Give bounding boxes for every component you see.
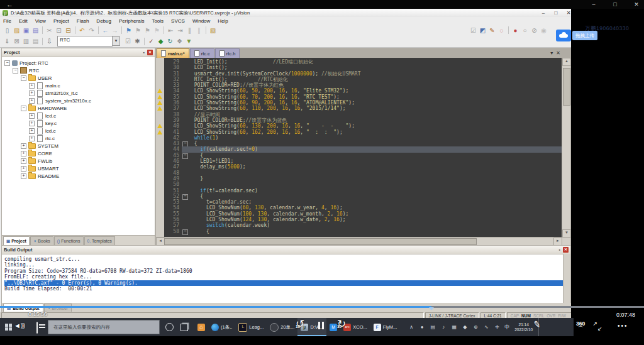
code-line-42[interactable]: 42 while(1) <box>156 135 562 141</box>
code-line-51[interactable]: 51 if(t!=calendar.sec) <box>156 188 562 194</box>
download-code-icon[interactable]: ▼ <box>184 37 194 45</box>
cut-icon[interactable]: ✂ <box>45 26 54 35</box>
tree-item-system[interactable]: +SYSTEM <box>2 142 155 150</box>
menu-file[interactable]: File <box>3 18 11 24</box>
chevron-up-icon[interactable]: ∧ <box>408 324 414 330</box>
code-line-31[interactable]: 31 usmart_dev.init(SystemCoreClock/10000… <box>156 71 562 77</box>
tree-expander-icon[interactable]: + <box>21 173 26 179</box>
panel-close-icon[interactable]: ✕ <box>563 247 569 253</box>
app-maximize-button[interactable]: □ <box>610 0 620 9</box>
redo-icon[interactable]: ↷ <box>87 26 96 35</box>
code-line-57[interactable]: 57 switch(calendar.week) <box>156 222 562 228</box>
code-line-36[interactable]: 36 LCD_ShowString(60, 90, 200, 16, 16, "… <box>156 100 562 106</box>
uv-maximize-button[interactable]: □ <box>551 9 561 17</box>
tree-item-rtc-c[interactable]: +rtc.c <box>2 134 155 142</box>
netdisk-upload-button[interactable]: 拖拽上传 <box>556 30 597 41</box>
find-in-files-icon[interactable]: ◌ <box>497 26 506 35</box>
tab-close-icon[interactable]: ✕ <box>556 50 560 56</box>
menu-edit[interactable]: Edit <box>19 18 28 24</box>
menu-view[interactable]: View <box>35 18 46 24</box>
checklist-icon[interactable]: ☑ <box>469 26 478 35</box>
select-target-icon[interactable]: ☑ <box>123 37 133 45</box>
configure-tools-icon[interactable]: ◩ <box>478 26 487 35</box>
panel-tab-templates[interactable]: 0,Templates <box>84 236 115 245</box>
code-line-55[interactable]: 55 LCD_ShowNum(100, 130, calendar.w_mont… <box>156 211 562 217</box>
translate-icon[interactable]: ✓ <box>147 37 156 45</box>
menu-svcs[interactable]: SVCS <box>171 18 185 24</box>
rebuild-icon[interactable]: ↻ <box>165 37 175 45</box>
taskbar-app-league[interactable]: LLeag... <box>235 318 267 336</box>
editor-vertical-scrollbar[interactable]: ▲ ▼ <box>562 58 570 238</box>
code-line-38[interactable]: 38 //显示时间 <box>156 112 562 118</box>
tree-item-hardware[interactable]: −HARDWARE <box>2 104 155 112</box>
pin-icon[interactable]: ▪ <box>559 248 560 252</box>
network-icon[interactable]: ▦ <box>451 324 457 330</box>
code-line-30[interactable]: 30 LCD_Init(); <box>156 65 562 70</box>
bookmark-next-icon[interactable]: ⚑ <box>143 26 152 35</box>
menu-peripherals[interactable]: Peripherals <box>119 18 144 24</box>
tree-item-rtc[interactable]: −RTC <box>2 67 155 74</box>
menu-project[interactable]: Project <box>53 18 69 24</box>
code-line-35[interactable]: 35 LCD_ShowString(60, 70, 200, 16, 16, "… <box>156 94 562 100</box>
build-output-console[interactable]: compiling usmart_str.c...linking...Progr… <box>2 255 570 304</box>
panel-tab-project[interactable]: ▣Project <box>3 236 30 245</box>
code-line-45[interactable]: 45− { <box>156 153 562 158</box>
cortana-icon[interactable] <box>165 323 174 331</box>
target-select[interactable]: RTC ▼ <box>57 36 120 47</box>
code-line-54[interactable]: 54 LCD_ShowNum(60, 130, calendar.w_year,… <box>156 205 562 211</box>
tree-item-lcd-c[interactable]: +lcd.c <box>2 127 155 134</box>
save-all-icon[interactable]: ▤ <box>31 26 40 35</box>
flash-download-icon[interactable]: ⇓ <box>3 37 12 45</box>
pin-icon[interactable]: ▪ <box>143 50 145 55</box>
fold-marker-icon[interactable]: − <box>182 229 188 235</box>
uncomment-icon[interactable]: ∥ <box>194 26 204 35</box>
breakpoint-kill-icon[interactable]: ⊘ <box>530 26 539 35</box>
screenshot-icon[interactable]: ▤ <box>430 324 436 330</box>
breakpoint-enable-icon[interactable]: ◉ <box>539 26 548 35</box>
bookmark-clear-icon[interactable]: ⚑ <box>152 26 162 35</box>
tree-expander-icon[interactable]: − <box>21 75 26 81</box>
code-line-48[interactable]: 48 <box>156 170 562 176</box>
taskbar-clock[interactable]: 21:14 2022/2/10 <box>514 322 533 332</box>
indent-left-icon[interactable]: ⇤ <box>166 26 175 35</box>
uv-minimize-button[interactable]: – <box>538 9 548 17</box>
code-line-39[interactable]: 39 POINT_COLOR=BLUE;//设置字体为蓝色 <box>156 118 562 123</box>
undo-icon[interactable]: ↶ <box>77 26 87 35</box>
code-line-56[interactable]: 56 LCD_ShowNum(124, 130, calendar.w_date… <box>156 217 562 222</box>
tree-expander-icon[interactable]: + <box>21 158 26 164</box>
code-line-50[interactable]: 50 <box>156 182 562 187</box>
performance-icon[interactable]: ∿ <box>483 324 489 330</box>
copy-icon[interactable]: ⊡ <box>54 26 64 35</box>
batch-build-icon[interactable]: ❖ <box>175 37 184 45</box>
code-line-49[interactable]: 49 } <box>156 176 562 182</box>
tree-expander-icon[interactable]: + <box>29 128 35 134</box>
tree-item-fwlib[interactable]: +FWLib <box>2 157 155 165</box>
seekbar-handle[interactable] <box>429 307 434 310</box>
breakpoint-disable-icon[interactable]: ○ <box>520 26 530 35</box>
code-line-32[interactable]: 32 RTC_Init(); //RTC初始化 <box>156 77 562 82</box>
editor-tab-main-c[interactable]: main.c* <box>157 48 189 58</box>
scroll-up-icon[interactable]: ▲ <box>562 58 571 66</box>
save-icon[interactable]: ▣ <box>21 26 31 35</box>
tree-item-core[interactable]: +CORE <box>2 150 155 157</box>
bookmark-toggle-icon[interactable]: ⚑ <box>124 26 133 35</box>
tree-item-main-c[interactable]: +main.c <box>2 82 155 89</box>
code-line-47[interactable]: 47 delay_ms(5000); <box>156 164 562 170</box>
volume-icon[interactable]: ◄))) <box>14 322 25 329</box>
tab-list-dropdown-icon[interactable]: ▾ <box>550 50 553 56</box>
properties-icon[interactable]: ▧ <box>208 26 218 35</box>
tree-item-readme[interactable]: +README <box>2 172 155 180</box>
tree-expander-icon[interactable]: + <box>21 143 26 149</box>
code-line-43[interactable]: 43− { <box>156 141 562 146</box>
taskbar-app-edge[interactable]: (1条.. <box>208 318 235 336</box>
microphone-icon[interactable]: ● <box>419 324 425 330</box>
tree-expander-icon[interactable]: + <box>29 113 35 119</box>
volume-mixer-icon[interactable]: ♪ <box>440 324 447 330</box>
comment-icon[interactable]: ∥ <box>185 26 194 35</box>
tree-expander-icon[interactable]: + <box>21 166 26 172</box>
menu-help[interactable]: Help <box>218 18 228 24</box>
nav-back-icon[interactable]: ← <box>101 26 110 35</box>
move-icon[interactable]: ✛ <box>494 324 500 330</box>
ime-indicator[interactable]: 中 <box>504 324 509 331</box>
code-line-40[interactable]: 40 LCD_ShowString(60, 130, 200, 16, 16, … <box>156 123 562 129</box>
